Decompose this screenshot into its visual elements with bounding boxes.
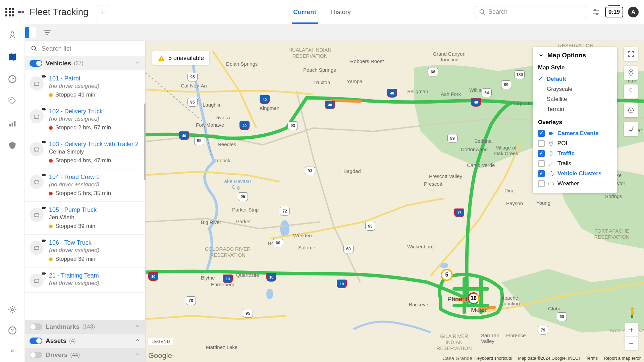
app-title: Fleet Tracking [30, 7, 89, 17]
checkbox[interactable] [538, 150, 545, 157]
nav-help-icon[interactable] [7, 325, 18, 336]
chevron-up-icon [135, 60, 141, 67]
chevron-down-icon [135, 351, 141, 359]
poi-icon [548, 140, 554, 146]
vehicle-list-item[interactable]: 21 - Training Team (no driver assigned) [25, 267, 145, 293]
style-terrain[interactable]: Terrain [533, 104, 617, 114]
vehicle-cluster[interactable]: 18 [468, 292, 480, 304]
vehicle-name: 106 - Tow Truck [49, 239, 141, 246]
tab-history[interactable]: History [330, 0, 352, 24]
map-style-header: Map Style [533, 64, 617, 71]
camera-badge-icon [42, 205, 47, 210]
chevron-down-icon [538, 52, 544, 58]
nav-reports-icon[interactable] [6, 117, 18, 129]
checkbox[interactable] [538, 160, 545, 167]
add-button[interactable]: + [96, 5, 110, 19]
style-grayscale[interactable]: Grayscale [533, 84, 617, 94]
nav-collapse-icon[interactable]: » [9, 346, 15, 355]
overlay-traffic[interactable]: Traffic [533, 148, 617, 159]
global-search[interactable] [475, 6, 587, 18]
map-canvas[interactable]: Phoenix Mesa Flagstaff Kingman Prescott … [146, 41, 644, 362]
streetview-pegman[interactable] [627, 306, 637, 320]
vehicle-list-item[interactable]: 103 - Delivery Truck with Trailer 2 Celi… [25, 136, 145, 169]
zoom-out-button[interactable]: − [625, 337, 638, 350]
checkbox[interactable] [538, 130, 545, 137]
style-default[interactable]: ✓Default [533, 74, 617, 84]
overlays-header: Overlays [533, 119, 617, 126]
landmarks-toggle[interactable] [30, 323, 42, 330]
assets-toggle[interactable] [30, 338, 42, 344]
style-satellite[interactable]: Satellite [533, 94, 617, 104]
zoom-controls: + − [625, 323, 638, 350]
drop-pin-button[interactable] [624, 84, 638, 99]
nav-settings-icon[interactable] [7, 304, 18, 315]
vehicle-driver: (no driver assigned) [49, 83, 141, 89]
global-search-input[interactable] [488, 8, 583, 15]
vehicle-name: 105 - Pump Truck [49, 206, 141, 214]
vehicle-status: Stopped 5 hrs, 35 min [49, 190, 141, 197]
list-search[interactable] [25, 41, 145, 56]
nav-admin-icon[interactable] [6, 139, 18, 152]
terms-link[interactable]: Terms [586, 356, 598, 361]
keyboard-shortcuts-link[interactable]: Keyboard shortcuts [474, 356, 512, 361]
settings-sliders-icon[interactable] [592, 8, 600, 16]
vehicle-name: 103 - Delivery Truck with Trailer 2 [49, 141, 141, 148]
section-count: (143) [82, 324, 95, 330]
checkbox[interactable] [538, 180, 545, 187]
camera-badge-icon [42, 238, 47, 243]
vehicle-driver: Celina Simply [49, 148, 141, 155]
fullscreen-button[interactable] [624, 47, 638, 61]
nav-dashboard-icon[interactable] [6, 73, 18, 85]
svg-rect-47 [632, 315, 633, 318]
section-count: (27) [74, 60, 83, 66]
vehicle-list-item[interactable]: 105 - Pump Truck Jen Wieth Stopped 39 mi… [25, 202, 145, 235]
drivers-toggle[interactable] [30, 352, 42, 358]
time-badge[interactable]: 0:19 [605, 7, 623, 17]
overlay-weather[interactable]: Weather [533, 179, 617, 189]
tab-current[interactable]: Current [292, 0, 318, 24]
camera-badge-icon [42, 74, 47, 79]
vehicle-status: Stopped 39 min [49, 223, 141, 230]
panel-toggle-button[interactable] [25, 27, 36, 38]
overlay-camera[interactable]: Camera Events [533, 128, 617, 138]
section-count: (44) [70, 352, 80, 358]
map-options-header[interactable]: Map Options [533, 52, 617, 59]
map-credits: Keyboard shortcuts Map data ©2024 Google… [474, 356, 641, 361]
zoom-in-button[interactable]: + [625, 323, 638, 337]
filter-icon[interactable] [43, 28, 52, 37]
vehicle-status: Stopped 4 hrs, 47 min [49, 157, 141, 164]
vehicles-toggle[interactable] [30, 60, 42, 67]
checkbox[interactable] [538, 170, 545, 177]
vehicle-cluster[interactable]: 5 [441, 269, 453, 281]
list-search-input[interactable] [42, 45, 139, 52]
unavailable-badge[interactable]: 5 unavailable [152, 51, 209, 65]
legend-button[interactable]: LEGEND [148, 338, 173, 345]
vehicle-name: 102 - Delivery Truck [49, 108, 141, 115]
vehicle-list-item[interactable]: 106 - Tow Truck (no driver assigned) Sto… [25, 235, 145, 267]
add-location-button[interactable] [624, 66, 638, 80]
report-error-link[interactable]: Report a map error [604, 356, 641, 361]
nav-launch-icon[interactable] [6, 29, 18, 41]
section-drivers[interactable]: Drivers (44) [25, 348, 145, 362]
overlay-trails[interactable]: Trails [533, 159, 617, 169]
overlay-poi[interactable]: POI [533, 138, 617, 148]
recenter-button[interactable] [624, 103, 638, 117]
vehicle-status: Stopped 2 hrs, 57 min [49, 124, 141, 131]
camera-badge-icon [42, 271, 47, 276]
app-logo [18, 11, 24, 13]
section-landmarks[interactable]: Landmarks (143) [25, 320, 145, 334]
user-avatar[interactable]: A [628, 7, 639, 17]
directions-button[interactable] [624, 122, 638, 136]
checkbox[interactable] [538, 140, 545, 147]
app-switcher-icon[interactable] [5, 8, 14, 16]
cluster-icon [548, 171, 554, 177]
vehicle-list-item[interactable]: 102 - Delivery Truck (no driver assigned… [25, 103, 145, 136]
nav-tags-icon[interactable] [6, 95, 18, 107]
nav-map-icon[interactable] [6, 51, 18, 63]
section-assets[interactable]: Assets (4) [25, 334, 145, 348]
vehicle-list-item[interactable]: 104 - Road Crew 1 (no driver assigned) S… [25, 169, 145, 202]
vehicle-list-item[interactable]: 101 - Patrol (no driver assigned) Stoppe… [25, 70, 145, 103]
section-vehicles[interactable]: Vehicles (27) [25, 56, 145, 70]
overlay-clusters[interactable]: Vehicle Clusters [533, 169, 617, 179]
camera-badge-icon [42, 172, 47, 178]
